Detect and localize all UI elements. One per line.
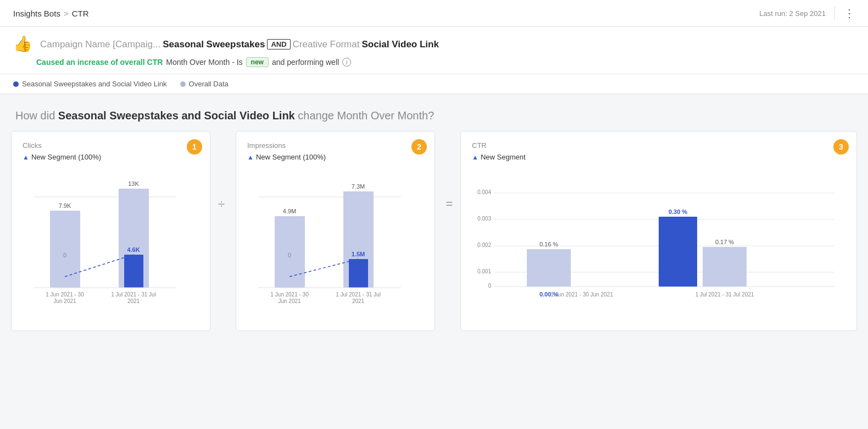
svg-text:4.9M: 4.9M <box>283 208 296 215</box>
svg-rect-40 <box>659 217 697 287</box>
campaign-name-dim: Campaign Name [Campaig... <box>40 39 160 50</box>
svg-text:1 Jul 2021 - 31 Jul 2021: 1 Jul 2021 - 31 Jul 2021 <box>695 292 754 298</box>
insight-header: 👍 Campaign Name [Campaig... Seasonal Swe… <box>0 27 868 74</box>
breadcrumb-parent[interactable]: Insights Bots <box>13 9 60 18</box>
svg-text:0.003: 0.003 <box>477 216 491 222</box>
breadcrumb-current: CTR <box>72 9 89 18</box>
chart-segment-ctr: ▲ New Segment <box>472 153 845 161</box>
chart-segment-clicks: ▲ New Segment (100%) <box>23 153 199 161</box>
svg-text:Jun 2021: Jun 2021 <box>53 298 76 304</box>
up-arrow-clicks: ▲ <box>23 153 29 161</box>
chart-card-impressions: 2 Impressions ▲ New Segment (100%) 4.9M … <box>236 131 435 331</box>
chart-card-ctr: 3 CTR ▲ New Segment 0.004 0.003 0.002 0.… <box>460 131 857 331</box>
question-bold: Seasonal Sweepstakes and Social Video Li… <box>58 109 295 122</box>
svg-text:0.001: 0.001 <box>477 268 491 274</box>
subtitle-end: and performing well <box>272 58 339 67</box>
svg-rect-39 <box>703 247 747 287</box>
svg-text:0: 0 <box>488 283 491 289</box>
chart-metric-ctr: CTR <box>472 141 845 150</box>
legend-label-1: Seasonal Sweepstakes and Social Video Li… <box>22 80 167 88</box>
svg-text:0.004: 0.004 <box>477 189 491 195</box>
svg-text:0: 0 <box>63 252 66 258</box>
charts-area: 1 Clicks ▲ New Segment (100%) <box>0 131 868 342</box>
svg-rect-1 <box>50 211 80 288</box>
top-bar: Insights Bots > CTR Last run: 2 Sep 2021… <box>0 0 868 27</box>
question-prefix: How did <box>15 109 55 122</box>
campaign-name-bold: Seasonal Sweepstakes <box>163 39 265 50</box>
operator-equals: = <box>438 131 460 211</box>
and-badge: AND <box>267 39 290 50</box>
chart-metric-impressions: Impressions <box>247 141 424 150</box>
chart-svg-ctr: 0.004 0.003 0.002 0.001 0 <box>472 167 845 323</box>
up-arrow-ctr: ▲ <box>472 153 478 161</box>
segment-label-clicks: New Segment (100%) <box>31 153 101 161</box>
legend-dot-2 <box>180 81 186 87</box>
chart-svg-clicks: 7.9K 13K 0 4.6K 1 Jun 2021 - 30 Jun 2021… <box>23 167 199 323</box>
svg-text:2021: 2021 <box>352 298 365 304</box>
insight-title-row: 👍 Campaign Name [Campaig... Seasonal Swe… <box>13 36 855 53</box>
svg-text:0.17 %: 0.17 % <box>715 239 734 245</box>
svg-text:0.30 %: 0.30 % <box>669 208 687 215</box>
svg-text:13K: 13K <box>128 180 139 187</box>
new-badge: new <box>246 57 269 67</box>
chart-metric-clicks: Clicks <box>23 141 199 150</box>
creative-format-bold: Social Video Link <box>361 39 438 50</box>
svg-rect-38 <box>527 249 571 287</box>
insight-subtitle: Caused an increase of overall CTR Month … <box>36 57 855 67</box>
operator-divide: ÷ <box>210 131 232 211</box>
breadcrumb-separator: > <box>64 9 69 18</box>
info-icon[interactable]: i <box>342 58 351 67</box>
chart-segment-impressions: ▲ New Segment (100%) <box>247 153 424 161</box>
svg-text:0.002: 0.002 <box>477 242 491 248</box>
legend-dot-1 <box>13 81 19 87</box>
svg-rect-17 <box>349 259 368 288</box>
svg-rect-3 <box>124 255 143 288</box>
svg-text:1 Jun 2021 - 30: 1 Jun 2021 - 30 <box>270 292 309 298</box>
subtitle-rest: Month Over Month - Is <box>166 58 242 67</box>
more-options-icon[interactable]: ⋮ <box>834 7 855 20</box>
legend-label-2: Overall Data <box>189 80 229 88</box>
legend-item-2: Overall Data <box>180 80 229 88</box>
svg-text:7.3M: 7.3M <box>352 183 365 190</box>
svg-text:2021: 2021 <box>127 298 140 304</box>
breadcrumb: Insights Bots > CTR <box>13 9 88 18</box>
subtitle-green: Caused an increase of overall CTR <box>36 58 163 67</box>
section-question: How did Seasonal Sweepstakes and Social … <box>0 94 868 131</box>
insight-title: Campaign Name [Campaig... Seasonal Sweep… <box>40 39 439 50</box>
svg-text:7.9K: 7.9K <box>59 202 71 209</box>
svg-text:1 Jul 2021 - 31 Jul: 1 Jul 2021 - 31 Jul <box>336 292 381 298</box>
svg-text:4.6K: 4.6K <box>127 246 140 253</box>
thumbs-up-icon: 👍 <box>13 35 32 53</box>
top-bar-right: Last run: 2 Sep 2021 ⋮ <box>759 7 855 20</box>
up-arrow-impressions: ▲ <box>247 153 254 161</box>
svg-text:Jun 2021: Jun 2021 <box>278 298 301 304</box>
last-run-label: Last run: 2 Sep 2021 <box>759 9 826 18</box>
chart-card-clicks: 1 Clicks ▲ New Segment (100%) <box>11 131 210 331</box>
chart-badge-3: 3 <box>833 139 849 155</box>
svg-text:0.16 %: 0.16 % <box>539 241 558 248</box>
svg-text:0: 0 <box>288 252 291 258</box>
chart-badge-1: 1 <box>187 139 202 155</box>
svg-text:1 Jul 2021 - 31 Jul: 1 Jul 2021 - 31 Jul <box>111 292 156 298</box>
svg-text:1 Jun 2021 - 30: 1 Jun 2021 - 30 <box>46 292 84 298</box>
svg-text:1.5M: 1.5M <box>352 251 365 257</box>
question-suffix: change Month Over Month? <box>298 109 434 122</box>
segment-label-ctr: New Segment <box>481 153 526 161</box>
chart-svg-impressions: 4.9M 7.3M 0 1.5M 1 Jun 2021 - 30 Jun 202… <box>247 167 424 323</box>
legend-item-1: Seasonal Sweepstakes and Social Video Li… <box>13 80 167 88</box>
svg-text:1 Jun 2021 - 30 Jun 2021: 1 Jun 2021 - 30 Jun 2021 <box>550 292 613 298</box>
creative-format-dim: Creative Format <box>293 39 360 50</box>
chart-badge-2: 2 <box>411 139 427 155</box>
segment-label-impressions: New Segment (100%) <box>256 153 326 161</box>
legend-row: Seasonal Sweepstakes and Social Video Li… <box>0 74 868 94</box>
